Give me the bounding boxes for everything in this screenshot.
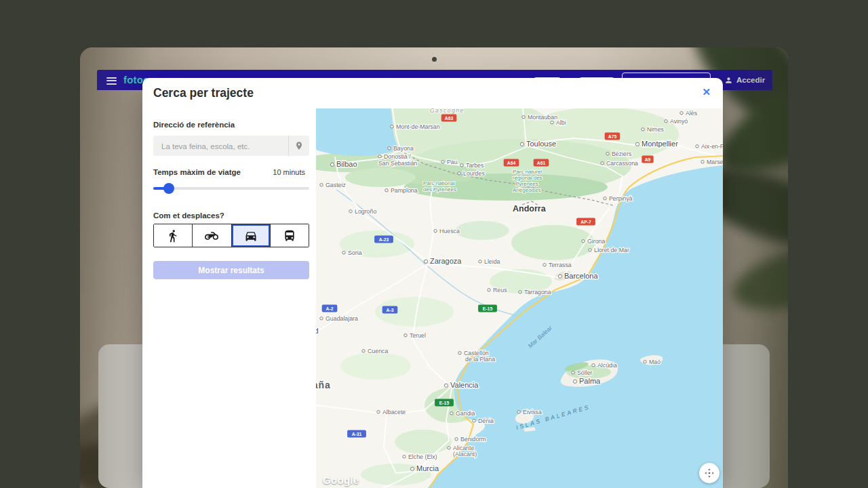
route-search-modal: Cerca per trajecte ✕ Direcció de referèn… xyxy=(142,78,723,488)
pan-control-button[interactable] xyxy=(699,463,719,483)
svg-text:Gandia: Gandia xyxy=(456,410,475,417)
svg-text:de la Plana: de la Plana xyxy=(465,356,495,363)
svg-text:A64: A64 xyxy=(507,161,516,165)
travel-time-value: 10 minuts xyxy=(273,168,305,176)
address-input-wrap xyxy=(153,136,309,156)
svg-text:Parc national: Parc national xyxy=(423,180,455,186)
svg-text:Barcelona: Barcelona xyxy=(564,272,598,280)
svg-text:Ariégeoises: Ariégeoises xyxy=(513,187,541,193)
svg-text:Alcúdia: Alcúdia xyxy=(597,362,617,369)
login-label: Accedir xyxy=(736,76,765,84)
person-icon xyxy=(724,76,733,85)
svg-text:Benidorm: Benidorm xyxy=(460,436,486,443)
svg-text:Nimes: Nimes xyxy=(647,126,665,133)
hamburger-menu-icon[interactable] xyxy=(106,75,117,86)
svg-text:Tarragona: Tarragona xyxy=(524,289,551,296)
transport-bus-button[interactable] xyxy=(271,224,309,247)
svg-text:Toulouse: Toulouse xyxy=(526,140,556,148)
svg-text:Albi: Albi xyxy=(556,119,566,126)
svg-text:A-2: A-2 xyxy=(326,306,334,311)
google-logo: Google xyxy=(323,474,359,486)
svg-text:Aix-en-Pr: Aix-en-Pr xyxy=(701,143,723,150)
map-canvas[interactable]: GascogneAlèsMont-de-MarsanMontaubanAlbiA… xyxy=(316,108,723,488)
svg-text:A9: A9 xyxy=(645,157,651,162)
svg-text:Gasteiz: Gasteiz xyxy=(326,182,346,188)
svg-text:Elche (Elx): Elche (Elx) xyxy=(408,453,437,460)
svg-text:Albacete: Albacete xyxy=(382,409,406,415)
car-icon xyxy=(244,229,258,243)
svg-text:Carcassona: Carcassona xyxy=(606,160,638,167)
svg-text:Soria: Soria xyxy=(348,249,362,256)
svg-text:Lourdes: Lourdes xyxy=(463,170,485,177)
svg-text:Maó: Maó xyxy=(649,359,660,365)
svg-text:Teruel: Teruel xyxy=(410,332,426,339)
slider-thumb[interactable] xyxy=(163,183,174,194)
transport-car-button[interactable] xyxy=(232,224,271,247)
svg-text:Pyrénées: Pyrénées xyxy=(515,181,538,187)
bay-of-biscay xyxy=(316,108,399,156)
svg-text:Pau: Pau xyxy=(447,159,458,165)
transport-walking-button[interactable] xyxy=(154,224,193,247)
svg-text:A-23: A-23 xyxy=(379,237,389,242)
svg-text:des Pyrénées: des Pyrénées xyxy=(423,186,456,192)
walking-icon xyxy=(166,229,180,243)
svg-text:Bayona: Bayona xyxy=(393,145,414,152)
modal-title: Cerca per trajecte xyxy=(153,86,254,100)
svg-text:Terrassa: Terrassa xyxy=(549,262,572,268)
bus-icon xyxy=(283,229,296,243)
svg-text:Girona: Girona xyxy=(587,238,606,245)
svg-text:Murcia: Murcia xyxy=(416,464,439,472)
address-label: Direcció de referència xyxy=(153,121,235,129)
transport-motorbike-button[interactable] xyxy=(193,224,231,247)
svg-text:Andorra: Andorra xyxy=(513,204,547,214)
svg-text:Lloret de Mar: Lloret de Mar xyxy=(594,247,629,253)
location-pin-button[interactable] xyxy=(288,136,309,156)
svg-text:Bilbao: Bilbao xyxy=(336,160,357,168)
svg-text:Tarbes: Tarbes xyxy=(466,162,484,169)
svg-text:Lleida: Lleida xyxy=(484,258,500,265)
svg-text:A63: A63 xyxy=(445,116,454,121)
svg-text:Montauban: Montauban xyxy=(528,114,557,121)
show-results-button[interactable]: Mostrar resultats xyxy=(153,261,309,279)
svg-text:Reus: Reus xyxy=(493,287,507,293)
svg-text:Cuenca: Cuenca xyxy=(368,348,388,354)
svg-text:A-3: A-3 xyxy=(387,308,394,312)
search-panel: Direcció de referència Temps màxim de vi… xyxy=(142,108,316,488)
svg-text:A-31: A-31 xyxy=(352,432,362,436)
login-button[interactable]: Accedir xyxy=(724,70,765,90)
plant-leaf xyxy=(726,234,788,321)
transport-toggle-group xyxy=(153,224,309,247)
svg-text:Sóller: Sóller xyxy=(577,369,593,376)
svg-text:Palma: Palma xyxy=(579,377,601,385)
svg-text:Béziers: Béziers xyxy=(612,150,632,157)
svg-text:Donostia /: Donostia / xyxy=(384,153,411,160)
motorbike-icon xyxy=(205,229,218,243)
svg-text:España: España xyxy=(316,380,331,390)
address-input[interactable] xyxy=(160,136,285,157)
transport-label: Com et desplaces? xyxy=(153,211,224,220)
svg-text:Perpinyà: Perpinyà xyxy=(609,195,633,202)
svg-text:E-15: E-15 xyxy=(439,401,450,405)
travel-time-slider[interactable] xyxy=(153,187,309,190)
map[interactable]: GascogneAlèsMont-de-MarsanMontaubanAlbiA… xyxy=(316,108,723,488)
svg-text:Avinyó: Avinyó xyxy=(670,118,688,125)
svg-text:Alès: Alès xyxy=(686,110,698,117)
svg-text:Mont-de-Marsan: Mont-de-Marsan xyxy=(396,123,440,130)
svg-text:A61: A61 xyxy=(537,161,546,165)
svg-text:Dénia: Dénia xyxy=(478,418,494,424)
travel-time-label: Temps màxim de viatge xyxy=(153,168,241,176)
svg-text:Gascogne: Gascogne xyxy=(430,108,465,114)
camera-dot xyxy=(432,57,437,62)
svg-text:E-15: E-15 xyxy=(483,306,493,311)
svg-text:Zaragoza: Zaragoza xyxy=(430,257,462,265)
svg-text:AP-7: AP-7 xyxy=(580,220,591,224)
location-pin-icon xyxy=(294,141,304,150)
close-icon[interactable]: ✕ xyxy=(702,86,711,98)
svg-text:Pamplona: Pamplona xyxy=(391,187,418,194)
svg-text:Parc naturel: Parc naturel xyxy=(513,169,542,175)
svg-text:Marsella: Marsella xyxy=(707,159,723,165)
svg-text:régional des: régional des xyxy=(513,175,542,181)
svg-text:(Alacant): (Alacant) xyxy=(453,451,477,458)
svg-text:San Sebastián: San Sebastián xyxy=(378,160,417,167)
svg-text:A75: A75 xyxy=(608,134,617,139)
